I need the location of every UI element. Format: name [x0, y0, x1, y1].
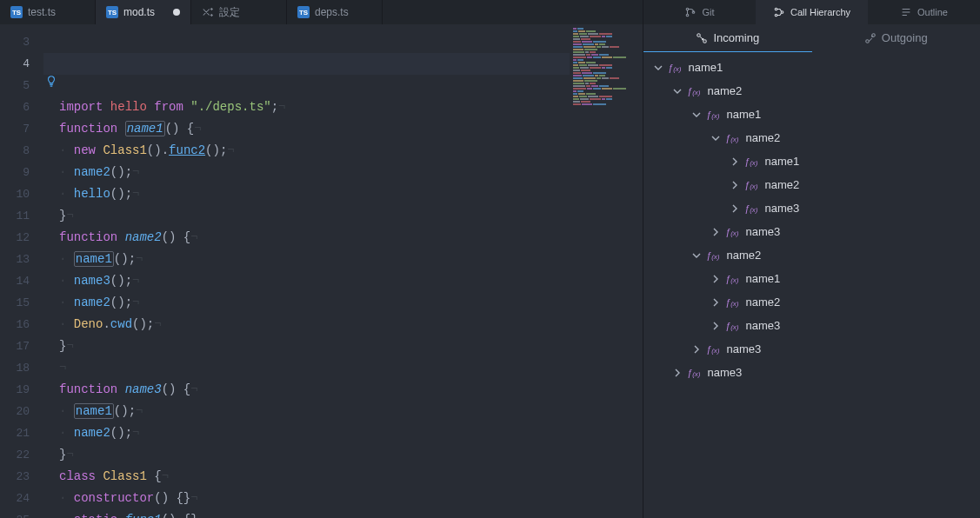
- function-icon: ƒ(x): [725, 297, 738, 308]
- chevron-down-icon[interactable]: [673, 87, 687, 96]
- tab-outgoing-label: Outgoing: [882, 31, 928, 44]
- code-line[interactable]: · name3();¬: [43, 270, 643, 292]
- hierarchy-node-label: name3: [745, 225, 780, 238]
- hierarchy-node-label: name3: [726, 342, 761, 355]
- hierarchy-node[interactable]: ƒ(x)name1: [643, 149, 980, 173]
- panel-tab-label: Call Hierarchy: [790, 7, 850, 17]
- editor-tabs-bar: TStest.tsTSmod.ts設定TSdeps.ts: [0, 0, 643, 24]
- hierarchy-node[interactable]: ƒ(x)name3: [643, 314, 980, 337]
- chevron-right-icon[interactable]: [711, 322, 725, 330]
- hierarchy-node[interactable]: ƒ(x)name2: [643, 290, 980, 314]
- chevron-right-icon[interactable]: [730, 181, 744, 189]
- hierarchy-icon: [773, 6, 785, 18]
- code-line[interactable]: function name2() {¬: [43, 227, 643, 249]
- line-number: 25: [0, 509, 43, 518]
- hierarchy-node[interactable]: ƒ(x)name2: [643, 79, 980, 103]
- hierarchy-node-label: name3: [764, 202, 799, 215]
- chevron-down-icon[interactable]: [711, 134, 725, 143]
- panel-tab-outline[interactable]: Outline: [868, 0, 980, 24]
- function-icon: ƒ(x): [687, 86, 700, 96]
- chevron-right-icon[interactable]: [711, 298, 725, 307]
- chevron-right-icon[interactable]: [673, 369, 687, 377]
- code-line[interactable]: ¬: [43, 357, 643, 379]
- chevron-right-icon[interactable]: [730, 204, 744, 213]
- code-line[interactable]: · static func1() {}¬: [43, 509, 643, 518]
- hierarchy-node[interactable]: ƒ(x)name3: [643, 196, 980, 220]
- hierarchy-direction-tabs: Incoming Outgoing: [643, 24, 980, 52]
- code-line[interactable]: · name2();¬: [43, 162, 643, 183]
- code-line[interactable]: · name2();¬: [43, 422, 643, 444]
- hierarchy-node[interactable]: ƒ(x)name1: [643, 103, 980, 126]
- chevron-right-icon[interactable]: [711, 275, 725, 283]
- panel-tab-git[interactable]: Git: [643, 0, 756, 24]
- tab-outgoing[interactable]: Outgoing: [812, 24, 981, 52]
- code-line[interactable]: · name1();¬: [43, 249, 643, 270]
- code-line[interactable]: function name3() {¬: [43, 379, 643, 401]
- line-number: 4: [0, 53, 43, 75]
- function-icon: ƒ(x): [744, 203, 757, 214]
- line-number: 12: [0, 227, 43, 249]
- code-line[interactable]: class Class1 {¬: [43, 466, 643, 488]
- code-line[interactable]: }¬: [43, 335, 643, 357]
- chevron-down-icon[interactable]: [692, 110, 706, 119]
- chevron-right-icon[interactable]: [711, 228, 725, 236]
- line-number: 6: [0, 96, 43, 118]
- function-icon: ƒ(x): [725, 274, 738, 284]
- svg-point-7: [703, 39, 707, 43]
- line-number: 13: [0, 249, 43, 270]
- code-line[interactable]: · hello();¬: [43, 183, 643, 205]
- tab-label: test.ts: [28, 6, 56, 18]
- hierarchy-node[interactable]: ƒ(x)name3: [643, 220, 980, 243]
- typescript-file-icon: TS: [297, 6, 310, 18]
- chevron-right-icon[interactable]: [692, 345, 706, 354]
- code-line[interactable]: · Deno.cwd();¬: [43, 314, 643, 335]
- editor-tab-mod-ts[interactable]: TSmod.ts: [96, 0, 191, 24]
- chevron-down-icon[interactable]: [654, 63, 668, 72]
- hierarchy-node-label: name3: [745, 319, 780, 332]
- editor-area: TStest.tsTSmod.ts設定TSdeps.ts 34567891011…: [0, 0, 643, 518]
- function-icon: ƒ(x): [668, 63, 681, 73]
- line-number: 7: [0, 118, 43, 140]
- line-number: 18: [0, 357, 43, 379]
- call-hierarchy-tree[interactable]: ƒ(x)name1ƒ(x)name2ƒ(x)name1ƒ(x)name2ƒ(x)…: [643, 52, 980, 518]
- code-line[interactable]: }¬: [43, 205, 643, 227]
- hierarchy-node[interactable]: ƒ(x)name1: [643, 56, 980, 79]
- code-line[interactable]: · name2();¬: [43, 292, 643, 314]
- code-line[interactable]: · name1();¬: [43, 401, 643, 422]
- code-line[interactable]: · constructor() {}¬: [43, 488, 643, 509]
- hierarchy-node[interactable]: ƒ(x)name3: [643, 337, 980, 361]
- active-line-highlight: [43, 53, 643, 75]
- editor-tab--[interactable]: 設定: [191, 0, 287, 24]
- function-icon: ƒ(x): [744, 156, 757, 167]
- tab-incoming[interactable]: Incoming: [643, 24, 812, 52]
- hierarchy-node[interactable]: ƒ(x)name3: [643, 361, 980, 384]
- code-line[interactable]: import hello from "./deps.ts";¬: [43, 96, 643, 118]
- code-line[interactable]: function name1() {¬: [43, 118, 643, 140]
- hierarchy-node[interactable]: ƒ(x)name2: [643, 173, 980, 196]
- hierarchy-node-label: name2: [745, 131, 780, 144]
- line-number: 23: [0, 466, 43, 488]
- chevron-right-icon[interactable]: [730, 157, 744, 166]
- hierarchy-node[interactable]: ƒ(x)name1: [643, 267, 980, 290]
- editor-tab-test-ts[interactable]: TStest.ts: [0, 0, 96, 24]
- side-panel: GitCall HierarchyOutline Incoming Outgoi…: [643, 0, 980, 518]
- editor-body[interactable]: 345678910111213141516171819202122232425 …: [0, 24, 643, 518]
- function-icon: ƒ(x): [725, 321, 738, 331]
- hierarchy-node[interactable]: ƒ(x)name2: [643, 126, 980, 149]
- panel-tab-call-hierarchy[interactable]: Call Hierarchy: [756, 0, 868, 24]
- line-number: 5: [0, 75, 43, 96]
- function-icon: ƒ(x): [744, 180, 757, 190]
- chevron-down-icon[interactable]: [692, 251, 706, 260]
- dirty-indicator-icon: [173, 9, 180, 16]
- line-number: 3: [0, 31, 43, 53]
- line-number: 20: [0, 401, 43, 422]
- code-content[interactable]: import hello from "./deps.ts";¬function …: [43, 24, 643, 518]
- hierarchy-node[interactable]: ƒ(x)name2: [643, 243, 980, 267]
- settings-icon: [202, 6, 214, 18]
- code-line[interactable]: · new Class1().func2();¬: [43, 140, 643, 162]
- hierarchy-node-label: name1: [745, 272, 780, 285]
- code-line[interactable]: }¬: [43, 444, 643, 466]
- editor-tab-deps-ts[interactable]: TSdeps.ts: [287, 0, 383, 24]
- panel-tabs: GitCall HierarchyOutline: [643, 0, 980, 24]
- svg-point-4: [775, 14, 777, 17]
